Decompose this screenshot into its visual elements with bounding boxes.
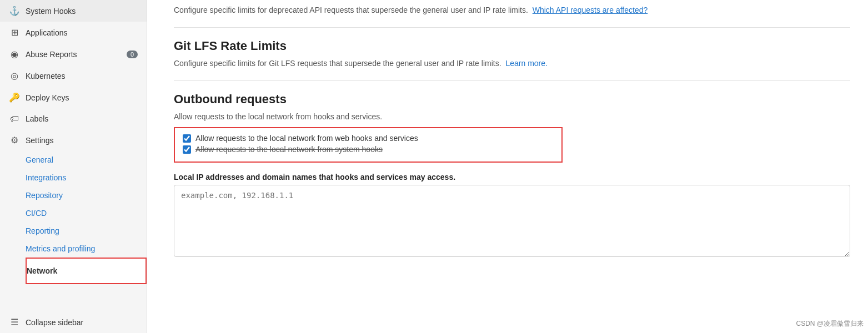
sidebar-item-label: Applications <box>26 28 138 37</box>
main-content: Configure specific limits for deprecated… <box>147 0 868 333</box>
circle-icon: ◉ <box>9 49 20 59</box>
sidebar-item-label: Settings <box>26 136 138 145</box>
local-ip-textarea[interactable] <box>174 185 850 257</box>
divider-2 <box>174 80 850 81</box>
sidebar-item-system-hooks[interactable]: ⚓ System Hooks <box>0 0 147 22</box>
abuse-reports-badge: 0 <box>127 51 138 58</box>
sidebar-item-label: Deploy Keys <box>26 93 138 102</box>
sidebar: ⚓ System Hooks ⊞ Applications ◉ Abuse Re… <box>0 0 147 333</box>
sidebar-item-settings[interactable]: ⚙ Settings <box>0 129 147 151</box>
sidebar-sub-network[interactable]: Network <box>27 262 145 280</box>
collapse-sidebar-label: Collapse sidebar <box>26 318 138 327</box>
git-lfs-title: Git LFS Rate Limits <box>174 39 850 53</box>
sidebar-sub-cicd[interactable]: CI/CD <box>26 204 147 222</box>
outbound-desc: Allow requests to the local network from… <box>174 111 850 123</box>
git-lfs-link[interactable]: Learn more. <box>505 59 547 68</box>
gear-icon: ⚙ <box>9 135 20 145</box>
collapse-sidebar-button[interactable]: ☰ Collapse sidebar <box>0 311 147 333</box>
sidebar-sub-integrations[interactable]: Integrations <box>26 169 147 186</box>
divider-1 <box>174 27 850 28</box>
sidebar-item-applications[interactable]: ⊞ Applications <box>0 22 147 43</box>
sidebar-item-label: Abuse Reports <box>26 50 121 59</box>
local-ip-label: Local IP addresses and domain names that… <box>174 173 850 181</box>
api-rate-limits-desc: Configure specific limits for deprecated… <box>174 0 850 16</box>
sidebar-sub-repository[interactable]: Repository <box>26 186 147 204</box>
outbound-title: Outbound requests <box>174 92 850 107</box>
sidebar-item-abuse-reports[interactable]: ◉ Abuse Reports 0 <box>0 43 147 65</box>
allow-system-hooks-checkbox[interactable] <box>183 145 191 154</box>
kubernetes-icon: ◎ <box>9 70 20 81</box>
key-icon: 🔑 <box>9 92 20 103</box>
sidebar-sub-metrics[interactable]: Metrics and profiling <box>26 240 147 258</box>
label-icon: 🏷 <box>9 114 20 124</box>
grid-icon: ⊞ <box>9 27 20 38</box>
anchor-icon: ⚓ <box>9 6 20 16</box>
checkbox-row-system-hooks: Allow requests to the local network from… <box>183 145 554 154</box>
sidebar-item-label: Kubernetes <box>26 72 138 80</box>
allow-webhooks-checkbox[interactable] <box>183 134 191 143</box>
settings-sub-menu: General Integrations Repository CI/CD Re… <box>0 151 147 284</box>
allow-webhooks-label: Allow requests to the local network from… <box>195 134 418 143</box>
sidebar-item-label: System Hooks <box>26 7 138 16</box>
sidebar-item-label: Labels <box>26 114 138 123</box>
api-rate-limits-link[interactable]: Which API requests are affected? <box>533 6 648 14</box>
allow-system-hooks-label: Allow requests to the local network from… <box>195 145 383 154</box>
sidebar-item-deploy-keys[interactable]: 🔑 Deploy Keys <box>0 87 147 108</box>
collapse-icon: ☰ <box>9 317 20 327</box>
sidebar-item-labels[interactable]: 🏷 Labels <box>0 108 147 129</box>
sidebar-sub-reporting[interactable]: Reporting <box>26 222 147 240</box>
checkbox-highlight-box: Allow requests to the local network from… <box>174 127 563 163</box>
checkbox-row-webhooks: Allow requests to the local network from… <box>183 134 554 143</box>
git-lfs-desc: Configure specific limits for Git LFS re… <box>174 58 850 69</box>
sidebar-item-kubernetes[interactable]: ◎ Kubernetes <box>0 65 147 87</box>
sidebar-sub-general[interactable]: General <box>26 151 147 169</box>
